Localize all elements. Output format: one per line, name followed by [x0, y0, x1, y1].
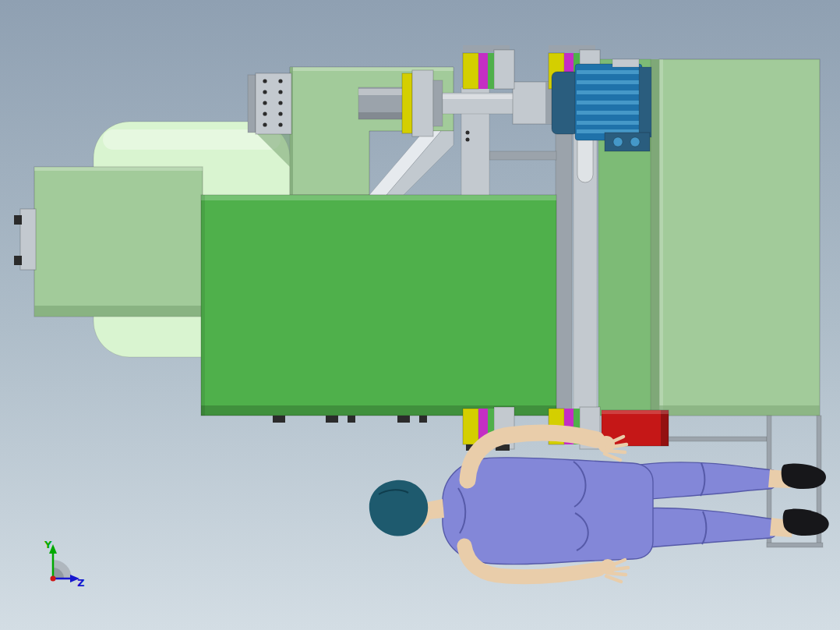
left-bracket	[20, 209, 36, 270]
rear-panel-highlight	[659, 59, 663, 416]
orientation-triad: Y Z	[44, 539, 84, 589]
main-body-edge	[201, 195, 205, 416]
bolt-hole	[263, 101, 266, 104]
motor-fin	[577, 70, 641, 74]
bolt-hole	[263, 79, 266, 83]
bolt-hole	[466, 131, 470, 135]
bracket-bolt	[14, 215, 22, 225]
bearing-yellow	[463, 409, 478, 444]
spacer-ring-yellow	[402, 73, 412, 133]
bearing-green	[488, 53, 494, 89]
frame-base	[767, 543, 823, 547]
base-bolt	[419, 416, 427, 423]
motor-terminal-box	[605, 133, 650, 151]
motor-fin	[577, 101, 641, 104]
frame-rail	[669, 437, 767, 441]
motor-lift-lug	[612, 59, 639, 67]
shaft-highlight	[358, 89, 407, 95]
bolt-hole	[278, 90, 282, 94]
bolt-hole	[278, 101, 282, 104]
bolt-hole	[263, 111, 266, 115]
shaft-mid-highlight	[443, 94, 514, 99]
shaft-shade	[358, 112, 407, 119]
rear-panel	[659, 59, 820, 416]
terminal-gland	[613, 137, 623, 147]
machine-main-body[interactable]	[201, 195, 556, 423]
left-cabinet-highlight	[34, 167, 203, 171]
bearing-housing	[494, 50, 514, 89]
base-bolt	[397, 416, 410, 423]
mannequin-leg-upper	[641, 462, 776, 500]
machine-left-cabinet[interactable]	[14, 167, 203, 317]
motor-fin	[577, 80, 641, 84]
bearing-magenta	[478, 53, 488, 89]
main-body-highlight	[201, 195, 556, 200]
mannequin-hair	[369, 480, 428, 536]
bolt-hole	[263, 122, 266, 126]
bearing-block-top-left[interactable]	[463, 45, 514, 89]
bolt-hole	[466, 138, 470, 142]
cross-bar	[489, 151, 556, 160]
rear-panel-bottom-shade	[659, 405, 820, 416]
rear-panel-edge	[651, 59, 659, 416]
mannequin-shoe	[783, 509, 829, 536]
axis-label-y: Y	[44, 539, 52, 550]
bolt-hole	[278, 79, 282, 83]
shaft-hub	[433, 80, 443, 126]
cad-viewport[interactable]: Y Z	[0, 0, 840, 630]
red-block-edge	[661, 410, 669, 446]
motor-fin	[577, 121, 641, 125]
bracket-bolt	[14, 256, 22, 265]
bolt-hole	[278, 111, 282, 115]
axis-label-z: Z	[77, 577, 84, 589]
shaft-disc	[412, 70, 433, 136]
flange-plate	[256, 73, 291, 134]
motor-fin	[577, 90, 641, 94]
motor-rear-cap	[639, 67, 651, 137]
model-canvas[interactable]: Y Z	[0, 0, 840, 630]
flange-back	[248, 75, 256, 133]
bolt-hole	[278, 122, 282, 126]
base-bolt	[326, 416, 338, 423]
bearing-yellow	[463, 53, 478, 89]
motor-front-cap	[552, 72, 578, 134]
human-mannequin[interactable]	[369, 433, 829, 582]
terminal-gland	[630, 137, 640, 147]
bolt-hole	[263, 90, 266, 94]
red-block-highlight	[602, 410, 669, 414]
motor-fin	[577, 111, 641, 115]
x-axis-origin-dot	[51, 576, 56, 582]
mannequin-leg-lower	[641, 508, 777, 548]
base-bolt	[273, 416, 285, 423]
base-bolts	[273, 416, 427, 423]
left-cabinet-body	[34, 167, 203, 317]
left-cabinet-shade	[34, 306, 203, 317]
main-body-face	[201, 195, 556, 416]
base-bolt	[348, 416, 355, 423]
